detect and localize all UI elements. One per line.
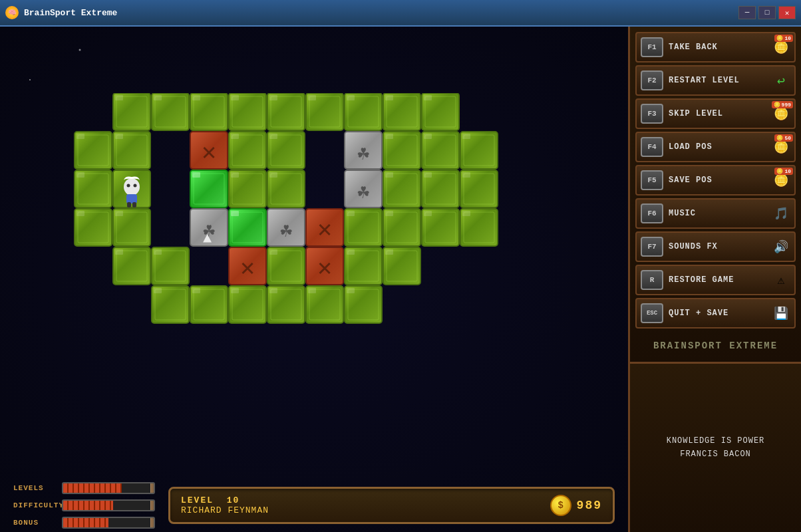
game-grid: // We'll draw tiles via the SVG directly… bbox=[37, 93, 582, 466]
svg-rect-99 bbox=[231, 172, 239, 178]
svg-rect-124 bbox=[231, 211, 239, 216]
levels-label: LEVELS bbox=[13, 484, 57, 492]
svg-text:☘: ☘ bbox=[357, 182, 369, 204]
f6-key: F6 bbox=[641, 203, 663, 223]
skip-level-label: SKIP LEVEL bbox=[669, 109, 766, 118]
levels-bar-fill bbox=[63, 483, 122, 493]
f3-key: F3 bbox=[641, 104, 663, 124]
music-button[interactable]: F6 MUSIC 🎵 bbox=[635, 198, 796, 229]
svg-point-88 bbox=[124, 178, 140, 196]
save-disk-icon: 💾 bbox=[772, 304, 790, 323]
svg-rect-34 bbox=[115, 95, 123, 100]
svg-rect-159 bbox=[385, 249, 393, 255]
title-bar: 🧠 BrainSport Extreme ─ □ ✕ bbox=[0, 0, 801, 27]
skip-level-badge: 🪙999 bbox=[772, 101, 793, 108]
svg-rect-37 bbox=[154, 95, 162, 100]
bottom-bar: LEVELS DIFFICULTY BONUS bbox=[0, 479, 628, 532]
svg-rect-92 bbox=[127, 202, 131, 207]
svg-rect-49 bbox=[308, 95, 316, 100]
take-back-button[interactable]: F1 TAKE BACK 🪙 🪙10 bbox=[635, 32, 796, 63]
level-name: RICHARD FEYNMAN bbox=[181, 505, 540, 515]
difficulty-bar-cap bbox=[150, 499, 155, 511]
svg-rect-171 bbox=[269, 288, 277, 293]
level-number: LEVEL 10 bbox=[181, 495, 540, 505]
svg-text:☘: ☘ bbox=[280, 220, 292, 243]
quit-save-label: QUIT + SAVE bbox=[669, 309, 766, 318]
skip-level-button[interactable]: F3 SKIP LEVEL 🪙 🪙999 bbox=[635, 98, 796, 129]
music-label: MUSIC bbox=[669, 209, 766, 218]
restart-icon: ↩ bbox=[772, 71, 790, 90]
svg-rect-43 bbox=[231, 95, 239, 100]
svg-rect-134 bbox=[385, 211, 393, 216]
f5-key: F5 bbox=[641, 170, 663, 190]
svg-rect-131 bbox=[347, 211, 355, 216]
svg-rect-165 bbox=[192, 288, 200, 293]
f2-key: F2 bbox=[641, 70, 663, 90]
close-button[interactable]: ✕ bbox=[778, 6, 796, 19]
esc-key: ESC bbox=[641, 303, 663, 323]
svg-rect-93 bbox=[132, 202, 136, 207]
sounds-fx-button[interactable]: F7 SOUNDS FX 🔊 bbox=[635, 231, 796, 262]
minimize-button[interactable]: ─ bbox=[738, 6, 756, 19]
difficulty-label: DIFFICULTY bbox=[13, 501, 57, 509]
difficulty-row: DIFFICULTY bbox=[13, 499, 155, 511]
svg-rect-40 bbox=[192, 95, 200, 100]
svg-rect-58 bbox=[424, 95, 432, 100]
restart-level-button[interactable]: F2 RESTART LEVEL ↩ bbox=[635, 65, 796, 96]
svg-rect-86 bbox=[77, 172, 84, 178]
svg-rect-46 bbox=[269, 95, 277, 100]
restart-level-label: RESTART LEVEL bbox=[669, 76, 766, 85]
coin-icon: $ bbox=[550, 495, 571, 516]
load-pos-label: LOAD POS bbox=[669, 142, 766, 152]
svg-point-90 bbox=[134, 184, 137, 188]
svg-rect-174 bbox=[308, 288, 316, 293]
main-container: // We'll draw tiles via the SVG directly… bbox=[0, 27, 801, 532]
svg-rect-52 bbox=[347, 95, 355, 100]
quote-panel: KNOWLEDGE IS POWER FRANCIS BACON bbox=[628, 362, 801, 532]
svg-text:✕: ✕ bbox=[317, 255, 332, 283]
svg-point-0 bbox=[29, 79, 31, 80]
quit-save-button[interactable]: ESC QUIT + SAVE 💾 bbox=[635, 298, 796, 329]
svg-rect-168 bbox=[231, 288, 239, 293]
bonus-row: BONUS bbox=[13, 517, 155, 529]
save-pos-button[interactable]: F5 SAVE POS 🪙 🪙10 bbox=[635, 165, 796, 196]
svg-rect-102 bbox=[269, 172, 277, 178]
save-pos-badge: 🪙10 bbox=[774, 168, 793, 175]
svg-text:▲: ▲ bbox=[203, 231, 212, 247]
warning-icon: ⚠ bbox=[772, 271, 790, 289]
levels-bar-cap bbox=[150, 482, 155, 494]
difficulty-bar bbox=[62, 499, 155, 511]
f7-key: F7 bbox=[641, 237, 663, 257]
save-pos-label: SAVE POS bbox=[669, 176, 766, 185]
svg-rect-96 bbox=[192, 172, 200, 178]
restore-game-button[interactable]: R RESTORE GAME ⚠ bbox=[635, 265, 796, 295]
quote-text: KNOWLEDGE IS POWER FRANCIS BACON bbox=[667, 435, 765, 460]
r-key: R bbox=[641, 270, 663, 290]
title-bar-left: 🧠 BrainSport Extreme bbox=[5, 6, 117, 19]
window-controls: ─ □ ✕ bbox=[738, 6, 796, 19]
svg-point-1 bbox=[79, 49, 81, 51]
f1-key: F1 bbox=[641, 37, 663, 57]
restore-game-label: RESTORE GAME bbox=[669, 275, 766, 285]
svg-rect-55 bbox=[385, 95, 393, 100]
svg-rect-156 bbox=[347, 249, 355, 255]
svg-rect-140 bbox=[462, 211, 470, 216]
levels-row: LEVELS bbox=[13, 482, 155, 494]
svg-rect-80 bbox=[424, 134, 432, 139]
coin-amount: 989 bbox=[577, 499, 602, 512]
svg-rect-143 bbox=[115, 249, 123, 255]
load-pos-button[interactable]: F4 LOAD POS 🪙 🪙50 bbox=[635, 132, 796, 162]
take-back-badge: 🪙10 bbox=[774, 35, 793, 42]
bonus-bar-cap bbox=[150, 517, 155, 529]
load-pos-badge: 🪙50 bbox=[774, 134, 793, 142]
sound-icon: 🔊 bbox=[772, 237, 790, 256]
levels-bar bbox=[62, 482, 155, 494]
maximize-button[interactable]: □ bbox=[758, 6, 776, 19]
svg-rect-64 bbox=[115, 134, 123, 139]
svg-rect-110 bbox=[424, 172, 432, 178]
f4-key: F4 bbox=[641, 137, 663, 157]
game-logo: BRAINSPORT EXTREME bbox=[635, 335, 796, 356]
svg-rect-162 bbox=[154, 288, 162, 293]
bonus-bar bbox=[62, 517, 155, 529]
svg-text:✕: ✕ bbox=[202, 140, 216, 167]
